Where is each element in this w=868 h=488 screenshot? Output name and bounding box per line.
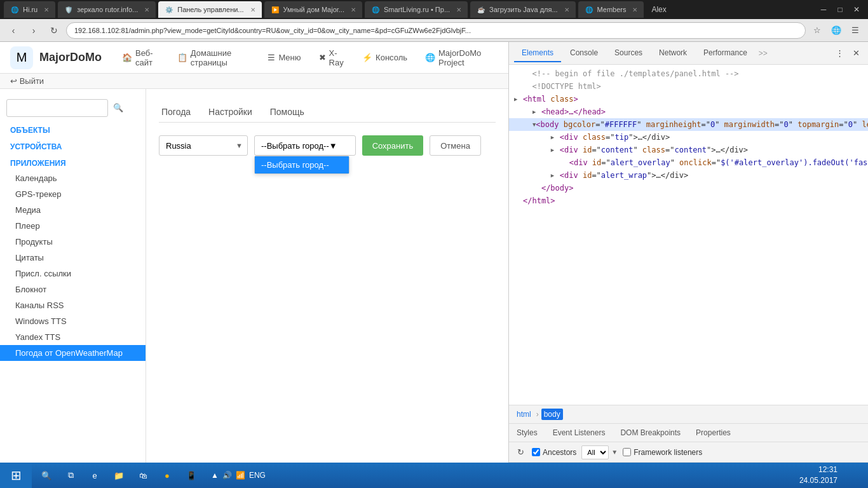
devtools-tab-console[interactable]: Console — [562, 44, 606, 62]
settings-icon[interactable]: ☰ — [848, 23, 863, 38]
devtools-tab-network[interactable]: Network — [651, 44, 695, 62]
devtools-tab-sources[interactable]: Sources — [607, 44, 650, 62]
sidebar-item-wintts[interactable]: Windows TTS — [0, 313, 146, 329]
search-icon[interactable]: 🔍 — [113, 103, 123, 112]
tab-2-close[interactable]: ✕ — [144, 6, 149, 13]
tab-5[interactable]: 🌐 SmartLiving.ru • Пр... ✕ — [365, 1, 468, 18]
globe-icon[interactable]: 🌐 — [829, 23, 844, 38]
tab-5-label: SmartLiving.ru • Пр... — [384, 6, 450, 13]
tab-3-close[interactable]: ✕ — [250, 6, 255, 13]
city-dropdown-button[interactable]: --Выбрать город-- ▼ — [254, 135, 356, 156]
sidebar-item-yatts[interactable]: Yandex TTS — [0, 329, 146, 345]
sidebar-item-rss[interactable]: Каналы RSS — [0, 297, 146, 313]
network-icon[interactable]: 🔊 — [222, 471, 232, 480]
nav-homepages[interactable]: 📋 Домашние страницы — [170, 44, 258, 71]
ancestors-filter-select[interactable]: All — [581, 445, 609, 459]
tab-1-close[interactable]: ✕ — [44, 6, 49, 13]
tab-4-close[interactable]: ✕ — [351, 6, 356, 13]
taskbar-edge-button[interactable]: e — [84, 464, 105, 486]
devtools-dock-icon[interactable]: ⋮ — [832, 46, 846, 60]
tab-settings[interactable]: Настройки — [206, 102, 255, 122]
maximize-button[interactable]: □ — [832, 3, 848, 16]
tab-help[interactable]: Помощь — [268, 102, 307, 122]
devtools-more-tabs[interactable]: >> — [756, 49, 770, 58]
tab-6[interactable]: ☕ Загрузить Java для... ✕ — [470, 1, 576, 18]
nav-website[interactable]: 🏠 Веб-сайт — [114, 44, 167, 71]
devtools-dom-breakpoints-tab[interactable]: DOM Breakpoints — [613, 424, 688, 441]
lang-label[interactable]: ENG — [249, 471, 266, 480]
sidebar-section-devices[interactable]: УСТРОЙСТВА — [0, 137, 146, 154]
sidebar-item-media[interactable]: Медиа — [0, 202, 146, 218]
start-button[interactable]: ⊞ — [0, 463, 32, 488]
nav-project[interactable]: 🌐 MajorDoMo Project — [417, 44, 498, 71]
taskbar-clock[interactable]: 12:31 24.05.2017 — [799, 464, 845, 486]
code-line-10: </body> — [509, 182, 868, 194]
breadcrumb-html[interactable]: html — [514, 409, 534, 420]
logout-button[interactable]: ↩ Выйти — [10, 76, 44, 86]
cancel-button[interactable]: Отмена — [430, 135, 481, 156]
bookmark-icon[interactable]: ☆ — [810, 23, 825, 38]
sidebar-item-links[interactable]: Присл. ссылки — [0, 266, 146, 281]
framework-checkbox[interactable] — [623, 448, 631, 456]
taskbar-task-view-button[interactable]: ⧉ — [60, 464, 81, 486]
sidebar-item-notepad[interactable]: Блокнот — [0, 281, 146, 297]
save-button[interactable]: Сохранить — [362, 135, 424, 156]
devtools-styles-tab[interactable]: Styles — [509, 424, 545, 441]
nav-project-label: MajorDoMo Project — [438, 48, 491, 67]
taskbar-viber-button[interactable]: 📱 — [180, 464, 202, 486]
minimize-button[interactable]: ─ — [816, 3, 831, 16]
forward-button[interactable]: › — [25, 22, 42, 39]
refresh-button[interactable]: ↻ — [46, 22, 62, 39]
sidebar-item-quotes[interactable]: Цитаты — [0, 250, 146, 266]
city-option-default[interactable]: --Выбрать город-- — [255, 156, 349, 173]
nav-console[interactable]: ⚡ Консоль — [355, 44, 415, 71]
sidebar-item-calendar[interactable]: Календарь — [0, 170, 146, 186]
tab-7-label: Members — [597, 6, 627, 13]
sidebar-item-gps[interactable]: GPS-трекер — [0, 186, 146, 202]
devtools-properties-tab[interactable]: Properties — [688, 424, 738, 441]
close-button[interactable]: ✕ — [849, 3, 864, 16]
tab-5-close[interactable]: ✕ — [456, 6, 461, 13]
nav-xray[interactable]: ✖ X-Ray — [311, 44, 353, 71]
console-icon: ⚡ — [362, 53, 372, 62]
back-button[interactable]: ‹ — [5, 22, 22, 39]
tab-weather[interactable]: Погода — [159, 102, 193, 122]
tab-3[interactable]: ⚙️ Панель управлени... ✕ — [158, 1, 261, 18]
sidebar-item-player[interactable]: Плеер — [0, 218, 146, 234]
tray-arrow-icon[interactable]: ▲ — [211, 471, 219, 480]
tab-4-favicon: ▶️ — [271, 5, 280, 14]
nav-xray-label: X-Ray — [329, 48, 345, 67]
taskbar-explorer-button[interactable]: 📁 — [108, 464, 130, 486]
nav-menu[interactable]: ☰ Меню — [260, 44, 308, 71]
taskbar-time-value: 12:31 — [799, 464, 837, 475]
logout-icon: ↩ — [10, 76, 17, 86]
devtools-close-icon[interactable]: ✕ — [849, 46, 863, 60]
sidebar-section-objects[interactable]: ОБЪЕКТЫ — [0, 121, 146, 137]
tab-7[interactable]: 🌐 Members ✕ — [578, 1, 644, 18]
sidebar-item-products[interactable]: Продукты — [0, 234, 146, 250]
taskbar-search-button[interactable]: 🔍 — [36, 464, 57, 486]
tab-7-close[interactable]: ✕ — [632, 6, 637, 13]
code-line-9: ▶ <div id="alert_wrap">…</div> — [509, 169, 868, 182]
country-select[interactable]: Russia — [159, 135, 248, 156]
volume-icon[interactable]: 📶 — [236, 471, 245, 480]
code-panel[interactable]: <!-- begin of file ./templates/panel.htm… — [509, 65, 868, 405]
devtools-tab-elements[interactable]: Elements — [514, 44, 561, 62]
tab-6-favicon: ☕ — [477, 5, 485, 14]
taskbar-store-button[interactable]: 🛍 — [132, 464, 154, 486]
sidebar-section-apps[interactable]: ПРИЛОЖЕНИЯ — [0, 154, 146, 170]
tab-1[interactable]: 🌐 Hi.ru ✕ — [4, 1, 55, 18]
breadcrumb-body[interactable]: body — [541, 409, 563, 420]
tab-2[interactable]: 🛡️ зеркало rutor.info... ✕ — [58, 1, 156, 18]
show-desktop-button[interactable] — [845, 463, 868, 488]
ancestors-checkbox[interactable] — [532, 448, 540, 456]
search-input[interactable] — [6, 99, 108, 117]
devtools-tab-performance[interactable]: Performance — [696, 44, 755, 62]
tab-4[interactable]: ▶️ Умный дом Major... ✕ — [264, 1, 362, 18]
filter-refresh-icon[interactable]: ↻ — [514, 446, 527, 459]
tab-6-close[interactable]: ✕ — [564, 6, 569, 13]
sidebar-item-weather[interactable]: Погода от OpenWeatherMap — [0, 345, 146, 361]
address-input[interactable] — [66, 22, 806, 39]
devtools-event-listeners-tab[interactable]: Event Listeners — [545, 424, 613, 441]
taskbar-chrome-button[interactable]: ● — [156, 464, 178, 486]
